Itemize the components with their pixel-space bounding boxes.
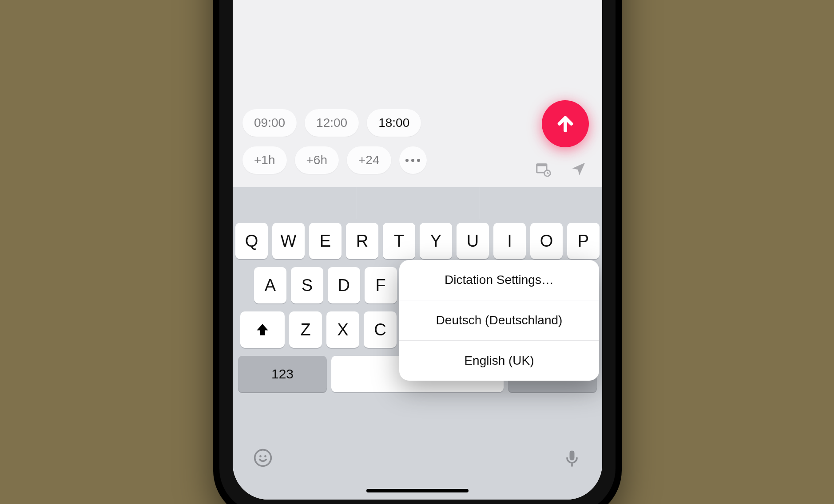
time-chip-row-2: +1h +6h +24: [242, 146, 427, 174]
ellipsis-icon: [405, 159, 420, 162]
svg-point-4: [255, 450, 271, 466]
shift-icon: [255, 322, 270, 337]
calendar-clock-icon[interactable]: [535, 161, 552, 177]
phone-screen: 09:00 12:00 18:00 +1h +6h +24: [233, 0, 602, 500]
key-a[interactable]: A: [254, 267, 286, 303]
app-content: 09:00 12:00 18:00 +1h +6h +24: [233, 0, 602, 187]
svg-point-5: [259, 455, 262, 457]
suggestion-bar[interactable]: [233, 187, 602, 219]
key-w[interactable]: W: [272, 223, 305, 259]
key-t[interactable]: T: [383, 223, 415, 259]
phone-frame: 09:00 12:00 18:00 +1h +6h +24: [213, 0, 622, 504]
home-indicator[interactable]: [366, 489, 469, 492]
time-chip-0900[interactable]: 09:00: [242, 109, 297, 137]
microphone-icon[interactable]: [562, 448, 582, 468]
time-chips: 09:00 12:00 18:00 +1h +6h +24: [242, 109, 427, 174]
arrow-up-icon: [555, 114, 576, 134]
dictation-language-en-uk[interactable]: English (UK): [399, 341, 599, 381]
svg-rect-7: [570, 451, 575, 461]
secondary-actions: [535, 161, 587, 177]
key-p[interactable]: P: [567, 223, 600, 259]
key-y[interactable]: Y: [420, 223, 452, 259]
time-chip-plus24[interactable]: +24: [347, 146, 391, 174]
key-q[interactable]: Q: [235, 223, 268, 259]
location-arrow-icon[interactable]: [570, 161, 587, 177]
time-chip-plus1h[interactable]: +1h: [242, 146, 287, 174]
key-x[interactable]: X: [326, 311, 359, 348]
key-z[interactable]: Z: [289, 311, 322, 348]
dictation-language-de[interactable]: Deutsch (Deutschland): [399, 300, 599, 341]
key-c[interactable]: C: [364, 311, 397, 348]
key-e[interactable]: E: [309, 223, 342, 259]
emoji-icon[interactable]: [253, 448, 273, 468]
key-d[interactable]: D: [328, 267, 360, 303]
time-chip-1200[interactable]: 12:00: [305, 109, 359, 137]
key-o[interactable]: O: [530, 223, 563, 259]
numeric-key[interactable]: 123: [238, 356, 327, 392]
dictation-settings-item[interactable]: Dictation Settings…: [399, 260, 599, 300]
key-u[interactable]: U: [457, 223, 489, 259]
key-row-1: Q W E R T Y U I O P: [235, 223, 600, 259]
key-s[interactable]: S: [291, 267, 323, 303]
svg-point-6: [264, 455, 266, 457]
phone-bezel: 09:00 12:00 18:00 +1h +6h +24: [219, 0, 616, 504]
key-i[interactable]: I: [493, 223, 526, 259]
send-button[interactable]: [542, 100, 589, 147]
key-r[interactable]: R: [346, 223, 378, 259]
more-chips-button[interactable]: [399, 146, 427, 174]
time-chip-1800[interactable]: 18:00: [367, 109, 421, 137]
time-chip-plus6h[interactable]: +6h: [295, 146, 339, 174]
dictation-popover: Dictation Settings… Deutsch (Deutschland…: [399, 260, 599, 381]
shift-key[interactable]: [240, 311, 285, 348]
key-f[interactable]: F: [365, 267, 397, 303]
time-chip-row-1: 09:00 12:00 18:00: [242, 109, 427, 137]
